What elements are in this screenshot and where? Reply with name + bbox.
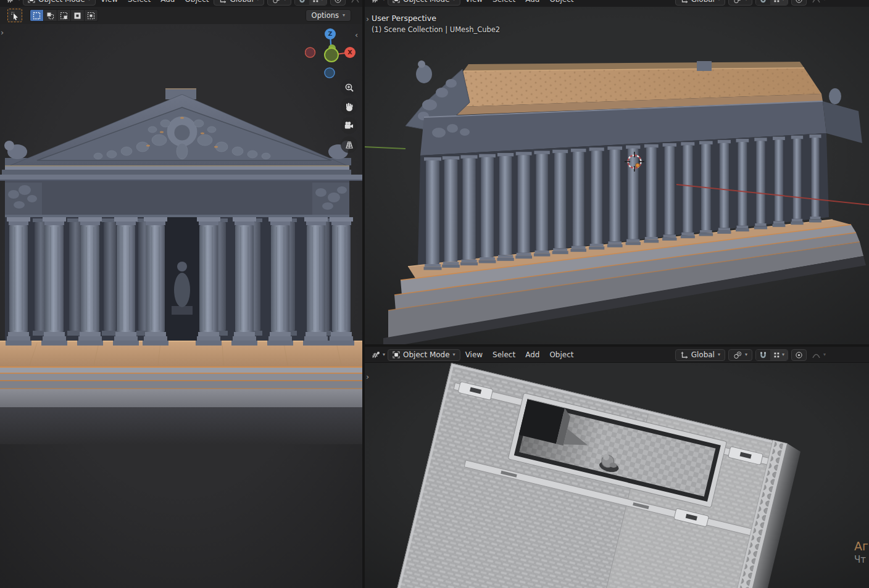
menu-select[interactable]: Select: [493, 0, 515, 4]
viewport-header-bottom-right: ▾ Object Mode ▾ View Select Add Object G…: [365, 347, 869, 363]
snap-with-dropdown[interactable]: ▾: [770, 350, 788, 360]
object-mode-icon: [393, 0, 400, 3]
transform-orientation-icon: [680, 351, 688, 359]
menu-view[interactable]: View: [465, 0, 483, 4]
snap-toggle[interactable]: [295, 0, 309, 5]
orientation-dropdown[interactable]: Global▾: [675, 349, 725, 361]
mode-label: Object Mode: [403, 350, 450, 359]
falloff-dropdown[interactable]: ▾: [810, 349, 828, 361]
view-perspective-label: User Perspective: [372, 14, 500, 23]
axis-minus-x-ball: [306, 48, 315, 57]
orientation-dropdown[interactable]: Global ▾: [214, 0, 264, 6]
menu-select[interactable]: Select: [128, 0, 151, 4]
temple-roof-model[interactable]: [365, 363, 869, 588]
pivot-dropdown[interactable]: ▾: [267, 0, 291, 6]
viewport-perspective[interactable]: ▾ Object Mode ▾ View Select Add Object G…: [365, 0, 869, 344]
proportional-editing-toggle[interactable]: [330, 0, 346, 6]
transform-orientation-icon: [218, 0, 227, 4]
snap-toggle[interactable]: [756, 0, 770, 5]
toggle-orthographic-button[interactable]: [341, 136, 357, 153]
menu-select[interactable]: Select: [493, 350, 515, 359]
object-origin-dot: [636, 164, 639, 167]
select-mode-intersect[interactable]: [85, 10, 98, 21]
orientation-dropdown[interactable]: Global▾: [675, 0, 725, 6]
snap-magnet-icon: [298, 0, 306, 4]
mode-dropdown[interactable]: Object Mode ▾: [23, 0, 96, 6]
sidebar-toggle-arrow[interactable]: ‹: [355, 31, 358, 39]
snap-with-dropdown[interactable]: ▾: [309, 0, 326, 5]
select-mode-invert[interactable]: [71, 10, 84, 21]
menu-object[interactable]: Object: [549, 0, 573, 4]
temple-front-model[interactable]: [0, 0, 362, 588]
proportional-editing-toggle[interactable]: [791, 349, 807, 361]
hand-icon: [344, 102, 354, 112]
select-mode-group: [30, 9, 98, 22]
toolbar-toggle-arrow[interactable]: ›: [1, 28, 4, 36]
proportional-falloff-icon: [812, 351, 820, 358]
options-dropdown[interactable]: Options ▾: [306, 9, 351, 22]
camera-icon: [344, 121, 354, 130]
menu-object[interactable]: Object: [185, 0, 209, 4]
active-tool-button[interactable]: [7, 9, 22, 22]
object-mode-icon: [393, 351, 400, 358]
temple-perspective-model[interactable]: [365, 0, 869, 344]
mode-dropdown[interactable]: Object Mode ▾: [388, 349, 460, 361]
mode-dropdown[interactable]: Object Mode ▾: [388, 0, 460, 6]
pivot-point-icon: [733, 0, 742, 4]
roof-slab[interactable]: [396, 363, 802, 588]
pan-button[interactable]: [341, 98, 357, 115]
mode-label: Object Mode: [38, 0, 85, 4]
falloff-dropdown[interactable]: ▾: [349, 0, 362, 6]
menu-view[interactable]: View: [465, 350, 483, 359]
snap-target-dots-icon: [773, 0, 780, 3]
viewport-header-left: ▾ Object Mode ▾ View Select Add Object G…: [0, 0, 362, 7]
mode-label: Object Mode: [403, 0, 450, 4]
menu-object[interactable]: Object: [549, 350, 573, 359]
viewport-header-top-right: ▾ Object Mode ▾ View Select Add Object G…: [365, 0, 869, 7]
toolbar-toggle-arrow[interactable]: ›: [366, 15, 369, 23]
pivot-dropdown[interactable]: ▾: [728, 0, 752, 6]
menu-add[interactable]: Add: [525, 0, 539, 4]
object-mode-icon: [28, 0, 35, 3]
pivot-point-icon: [272, 0, 281, 4]
zoom-button[interactable]: [341, 79, 357, 96]
corner-text-line1: Аг: [854, 539, 868, 553]
menu-view[interactable]: View: [101, 0, 118, 4]
camera-view-button[interactable]: [341, 117, 357, 134]
select-box-tool-icon: [10, 11, 20, 20]
select-mode-subtract[interactable]: [57, 10, 70, 21]
perspective-grid-icon: [344, 140, 354, 149]
editor-type-button[interactable]: ▾: [368, 0, 388, 6]
orientation-label: Global: [230, 0, 253, 4]
chevron-down-icon: ▾: [88, 0, 91, 2]
snap-magnet-icon: [759, 351, 767, 359]
toolbar-toggle-arrow[interactable]: ›: [366, 373, 369, 381]
zoom-icon: [344, 83, 354, 93]
snap-target-dots-icon: [773, 352, 780, 358]
options-label: Options: [312, 11, 339, 20]
snap-with-dropdown[interactable]: ▾: [770, 0, 788, 5]
menu-add[interactable]: Add: [160, 0, 175, 4]
proportional-editing-icon: [334, 0, 342, 4]
tool-settings-bar: Options ▾: [0, 7, 362, 24]
editor-type-button[interactable]: ▾: [368, 349, 388, 361]
select-mode-extend[interactable]: [44, 10, 57, 21]
blender-window: ▾ Object Mode ▾ View Select Add Object G…: [0, 0, 869, 588]
viewport-info-overlay: User Perspective (1) Scene Collection | …: [372, 14, 500, 34]
transform-orientation-icon: [680, 0, 688, 4]
proportional-editing-toggle[interactable]: [791, 0, 807, 6]
select-mode-set[interactable]: [30, 10, 43, 21]
menu-add[interactable]: Add: [525, 350, 539, 359]
viewport-front[interactable]: ▾ Object Mode ▾ View Select Add Object G…: [0, 0, 362, 588]
pivot-dropdown[interactable]: ▾: [728, 349, 752, 361]
navigation-gizmo[interactable]: X Z: [305, 26, 359, 83]
viewport-top[interactable]: ▾ Object Mode ▾ View Select Add Object G…: [365, 347, 869, 588]
corner-text-line2: Чт: [854, 554, 868, 565]
editor-type-button[interactable]: ▾: [4, 0, 23, 6]
snap-toggle[interactable]: [756, 350, 770, 360]
snap-target-dots-icon: [312, 0, 319, 3]
axis-minus-y-ball: [325, 48, 338, 62]
proportional-falloff-icon: [812, 0, 820, 3]
proportional-editing-icon: [795, 0, 803, 4]
falloff-dropdown[interactable]: ▾: [810, 0, 828, 6]
